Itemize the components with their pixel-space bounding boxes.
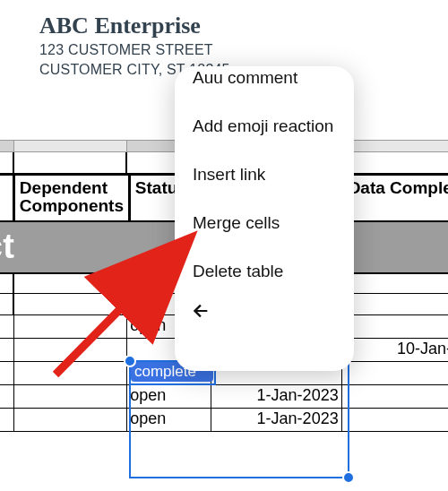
company-name: ABC Enterprise (39, 13, 448, 39)
table-row[interactable]: open 1-Jan-2023 (0, 409, 448, 432)
section-banner-label: ect (0, 228, 14, 266)
menu-back-button[interactable] (175, 296, 354, 328)
header-cell[interactable] (0, 174, 13, 222)
header-dependent-components[interactable]: Dependent Components (13, 174, 129, 222)
status-cell[interactable]: open (126, 385, 210, 409)
date-cell[interactable] (341, 385, 448, 409)
menu-insert-link[interactable]: Insert link (175, 151, 354, 199)
header-data-complete[interactable]: Data Comple (342, 174, 448, 222)
address-line-1: 123 CUSTOMER STREET (39, 41, 448, 59)
date-cell[interactable]: 1-Jan-2023 (211, 409, 341, 432)
date-cell[interactable] (341, 315, 448, 339)
table-row[interactable]: open 1-Jan-2023 (0, 385, 448, 409)
menu-delete-table[interactable]: Delete table (175, 247, 354, 296)
menu-merge-cells[interactable]: Merge cells (175, 199, 354, 247)
menu-add-emoji-reaction[interactable]: Add emoji reaction (175, 102, 354, 151)
menu-add-comment[interactable]: Auu comment (175, 68, 354, 102)
date-cell[interactable]: 1-Jan-2023 (211, 385, 341, 409)
date-cell[interactable] (341, 362, 448, 385)
date-cell[interactable]: 10-Jan-2 (341, 339, 448, 362)
context-menu: Auu comment Add emoji reaction Insert li… (175, 66, 354, 371)
status-cell[interactable]: open (126, 409, 210, 432)
selection-handle-bottom-right[interactable] (342, 471, 355, 484)
arrow-left-icon (191, 301, 211, 321)
date-cell[interactable] (341, 409, 448, 432)
